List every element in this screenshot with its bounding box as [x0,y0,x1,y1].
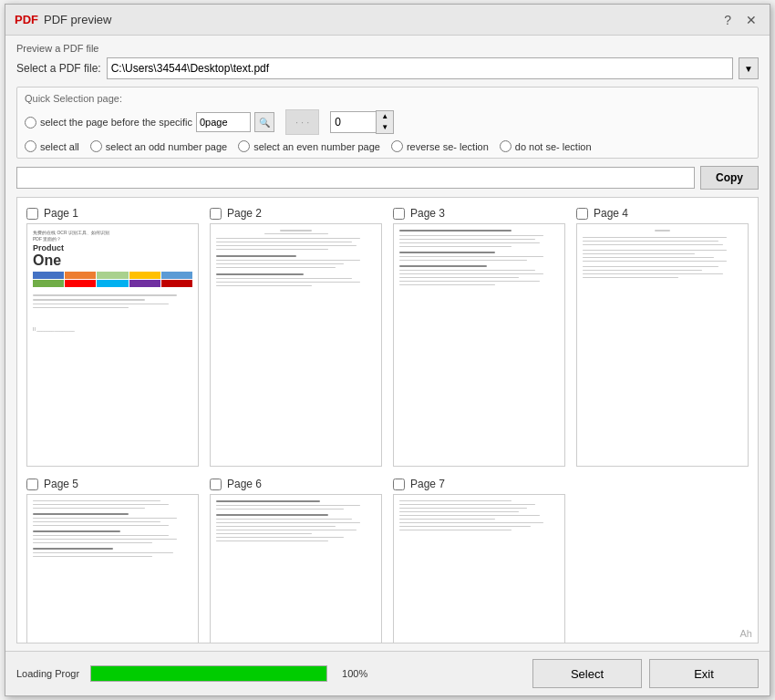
page-3-checkbox[interactable] [393,208,405,220]
qs-row: select the page before the specific 🔍 · … [25,109,750,135]
p7-l7 [399,522,543,523]
file-path-input[interactable] [107,57,733,79]
qs-specific-radio[interactable] [25,117,36,129]
p4-l4 [583,250,727,251]
page-1-checkbox[interactable] [26,208,38,220]
close-button[interactable]: ✕ [742,11,760,29]
p1-lines [33,294,192,308]
p5-l4 [33,518,177,519]
page-2-label: Page 2 [227,207,262,220]
qs-nosel-radio[interactable] [500,140,512,152]
help-button[interactable]: ? [720,11,735,29]
p6-l8 [216,537,344,538]
copy-input[interactable] [16,167,695,189]
page-6-image [210,494,382,643]
qs-odd-radio[interactable] [90,140,102,152]
page-2-header: Page 2 [210,207,262,220]
title-bar-left: PDF PDF preview [15,13,111,26]
p3-l5 [399,256,543,257]
p1-small-text2: PDF 里面的？ [33,236,192,242]
bottom-buttons: Select Exit [532,659,759,688]
qs-nosel-option[interactable]: do not se- lection [500,140,592,152]
p6-l2 [216,509,344,510]
p3-heading [399,230,512,232]
p7-l4 [399,511,519,512]
page-1-image: 免费的在线 OCR 识别工具、如何识别 PDF 里面的？ Product One [26,223,199,467]
quick-selection-panel: Quick Selection page: select the page be… [16,87,759,159]
page-5-checkbox[interactable] [26,479,38,490]
p5-l8 [33,539,177,540]
page-4-label: Page 4 [594,207,628,220]
progress-fill [91,666,326,681]
qs-page-search-btn[interactable]: 🔍 [254,112,274,132]
p3-l4 [399,246,512,247]
copy-button[interactable]: Copy [700,166,759,190]
p1-product-label: Product [33,243,192,252]
pages-container[interactable]: Page 1 免费的在线 OCR 识别工具、如何识别 PDF 里面的？ Prod… [16,197,759,643]
p1-line1 [33,294,177,296]
dialog-title: PDF preview [44,13,111,26]
page-6-label: Page 6 [227,478,262,490]
p2-l6 [216,263,344,264]
p1-line4 [33,307,129,308]
p7-l5 [399,515,540,516]
page-7-label: Page 7 [410,478,445,490]
page-3-content [394,224,564,466]
page-6-checkbox[interactable] [210,479,222,490]
p3-s3 [399,265,559,285]
color-cell-blue [33,272,64,279]
p5-l3 [33,508,145,509]
qs-specific-option[interactable]: select the page before the specific 🔍 [25,112,274,132]
page-6-content [211,495,381,643]
qs-disabled-area: · · · [285,109,319,135]
select-button[interactable]: Select [532,659,642,688]
page-3-label: Page 3 [410,207,445,220]
p4-l5 [583,253,695,254]
p6-l1 [216,505,360,506]
p2-line1 [280,230,312,232]
num-up-btn[interactable]: ▲ [377,111,393,122]
p3-l7 [399,270,535,271]
qs-all-radio[interactable] [25,140,36,152]
pages-grid: Page 1 免费的在线 OCR 识别工具、如何识别 PDF 里面的？ Prod… [26,207,749,643]
p7-l8 [399,526,531,527]
num-down-btn[interactable]: ▼ [377,122,393,133]
file-dropdown-btn[interactable]: ▼ [739,57,759,79]
p5-s3 [33,530,192,543]
color-cell-green2 [33,280,64,287]
p6-l5 [216,526,336,527]
p4-roman [655,230,671,232]
page-7-content [394,495,564,643]
qs-all-option[interactable]: select all [25,140,79,152]
qs-nosel-label: do not se- lection [515,141,592,152]
p2-center [216,230,376,234]
p6-l7 [216,533,312,534]
page-4-checkbox[interactable] [576,208,588,220]
qs-page-text-input[interactable] [196,112,251,132]
qs-reverse-option[interactable]: reverse se- lection [391,140,489,152]
p7-l2 [399,504,535,505]
exit-button[interactable]: Exit [649,659,759,688]
page-thumb-6: Page 6 [210,478,382,643]
p4-l3 [583,244,723,245]
page-thumb-2: Page 2 [210,207,382,467]
page-7-checkbox[interactable] [393,479,405,490]
color-cell-green [97,272,128,279]
color-cell-orange [65,272,96,279]
p5-s4 [33,548,192,557]
p4-l7 [583,261,727,262]
qs-even-radio[interactable] [238,140,250,152]
p2-l4 [216,249,328,250]
qs-even-option[interactable]: select an even number page [238,140,380,152]
color-cell-lightblue [161,272,192,279]
qs-odd-option[interactable]: select an odd number page [90,140,227,152]
num-spinner-input[interactable] [330,111,376,133]
copy-row: Copy [16,166,759,190]
progress-pct: 100% [342,668,367,679]
qs-reverse-radio[interactable] [391,140,403,152]
p2-l3 [216,245,356,246]
p6-h2 [216,514,328,516]
page-2-checkbox[interactable] [210,208,222,220]
p3-s2 [399,252,559,261]
pdf-preview-dialog: PDF PDF preview ? ✕ Preview a PDF file S… [5,4,770,696]
